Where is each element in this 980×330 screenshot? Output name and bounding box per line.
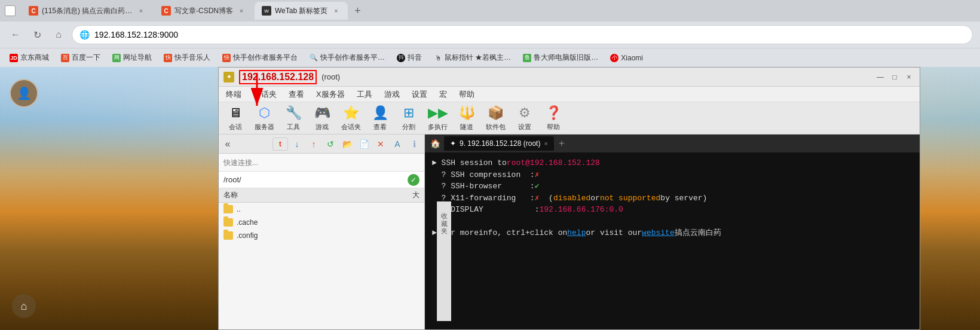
toolbar-multiexec[interactable]: ▶▶ 多执行 xyxy=(425,103,450,133)
menu-tools[interactable]: 工具 xyxy=(354,88,375,101)
bookmark-douyin-label: 抖音 xyxy=(408,53,422,63)
bookmark-mouse[interactable]: 🖱 鼠标指针 ★若枫主… xyxy=(429,51,516,64)
file-list-header: 名称 大 xyxy=(219,188,424,203)
menu-macro[interactable]: 宏 xyxy=(437,88,449,101)
file-item-cache[interactable]: .cache xyxy=(219,216,424,229)
fp-btn-info[interactable]: ℹ xyxy=(406,138,422,151)
file-path-bar: /root/ ✓ xyxy=(219,172,424,188)
toolbar-split[interactable]: ⊞ 分割 xyxy=(397,103,421,133)
fp-btn-new-file[interactable]: 📄 xyxy=(356,138,372,151)
bookmark-kuaishou-creator-icon: 快 xyxy=(222,54,231,62)
menu-terminal[interactable]: 终端 xyxy=(223,88,244,101)
tab-2[interactable]: C 写文章-CSDN博客 × xyxy=(154,2,253,20)
tab-3-close[interactable]: × xyxy=(331,6,341,16)
term-line-blank xyxy=(432,216,912,228)
bookmark-xiaomi[interactable]: 小 Xiaomi xyxy=(605,53,648,63)
terminal-content[interactable]: ► SSH session to root@192.168.152.128 ? … xyxy=(425,152,920,329)
new-tab-button[interactable]: + xyxy=(349,2,366,19)
bookmark-kuaishou-creator[interactable]: 快 快手创作者服务平台 xyxy=(218,51,302,64)
side-btn-2[interactable]: 藏 xyxy=(439,212,450,217)
url-bar[interactable]: 🌐 192.168.152.128:9000 xyxy=(72,25,973,44)
toolbar-session[interactable]: 🖥 会话 xyxy=(223,103,247,133)
file-panel: « t ↓ ↑ ↺ 📂 📄 ✕ A ℹ xyxy=(219,135,425,329)
menu-xserver[interactable]: X服务器 xyxy=(314,88,347,101)
view-icon: 👤 xyxy=(372,105,388,121)
term-text-website-link[interactable]: website xyxy=(642,227,675,239)
menu-games[interactable]: 游戏 xyxy=(382,88,402,101)
fp-btn-refresh[interactable]: ↺ xyxy=(323,138,338,151)
side-btn-3[interactable]: 夹 xyxy=(439,219,450,224)
menu-settings[interactable]: 设置 xyxy=(409,88,430,101)
toolbar-settings[interactable]: ⚙ 设置 xyxy=(513,103,537,133)
bookmark-ludashi[interactable]: 鲁 鲁大师电脑版旧版… xyxy=(518,51,603,64)
file-item-config[interactable]: .config xyxy=(219,229,424,242)
bookmark-jd[interactable]: JD 京东商城 xyxy=(5,51,54,64)
bookmark-baidu[interactable]: 百 百度一下 xyxy=(56,51,105,64)
fp-btn-delete[interactable]: ✕ xyxy=(373,138,388,151)
tab-2-favicon: C xyxy=(161,6,171,16)
avatar[interactable]: 👤 xyxy=(10,79,38,108)
home-button[interactable]: ⌂ xyxy=(50,26,67,43)
bookmark-xiaomi-icon: 小 xyxy=(610,54,618,62)
tab-3[interactable]: W WeTab 新标签页 × xyxy=(255,2,348,20)
term-text-or-visit: or visit our xyxy=(586,227,642,239)
toolbar-sessions-folder[interactable]: ⭐ 会话夹 xyxy=(339,103,363,133)
toolbar-help[interactable]: ❓ 帮助 xyxy=(541,103,565,133)
term-text-browser-val: ✔ xyxy=(535,181,540,192)
menu-view[interactable]: 查看 xyxy=(286,88,307,101)
tab-1-favicon: C xyxy=(29,6,38,16)
fp-btn-upload[interactable]: ↑ xyxy=(306,138,321,151)
terminal-home-button[interactable]: 🏠 xyxy=(427,136,443,151)
bookmark-kuaishou-music-label: 快手音乐人 xyxy=(174,53,210,63)
bookmark-jd-label: 京东商城 xyxy=(20,53,49,63)
path-ok-button[interactable]: ✓ xyxy=(408,174,419,186)
terminal-tab-9[interactable]: ✦ 9. 192.168.152.128 (root) × xyxy=(444,136,554,151)
toolbar-view-label: 查看 xyxy=(373,123,387,132)
bookmark-kuaishou-search[interactable]: 🔍 快手创作者服务平… xyxy=(305,51,390,64)
fp-btn-download[interactable]: ↓ xyxy=(289,138,305,151)
toolbar-server[interactable]: ⬡ 服务器 xyxy=(252,103,277,133)
xshell-window-controls: — □ × xyxy=(874,71,915,83)
close-button[interactable]: × xyxy=(903,71,915,83)
minimize-button[interactable]: — xyxy=(874,71,886,83)
side-btn-1[interactable]: 收 xyxy=(439,205,450,210)
back-button[interactable]: ← xyxy=(7,26,24,43)
bookmark-douyin[interactable]: 抖 抖音 xyxy=(392,51,427,64)
tab-2-close[interactable]: × xyxy=(237,6,246,16)
terminal-tab-close[interactable]: × xyxy=(544,140,547,147)
toolbar-tunnel[interactable]: 🔱 隧道 xyxy=(455,103,479,133)
terminal-tab-add[interactable]: + xyxy=(555,137,568,150)
bookmark-kuaishou-music[interactable]: 快 快手音乐人 xyxy=(159,51,215,64)
toolbar-multiexec-label: 多执行 xyxy=(428,123,448,132)
window-sidebar-toggle[interactable] xyxy=(5,5,16,16)
toolbar-games[interactable]: 🎮 游戏 xyxy=(310,103,334,133)
menu-help[interactable]: 帮助 xyxy=(457,88,477,101)
address-bar: ← ↻ ⌂ 🌐 192.168.152.128:9000 xyxy=(0,22,980,48)
quick-connect-input[interactable] xyxy=(223,158,419,167)
bookmark-ludashi-label: 鲁大师电脑版旧版… xyxy=(534,53,598,63)
toolbar-tools[interactable]: 🔧 工具 xyxy=(281,103,305,133)
fp-btn-folder-open[interactable]: 📂 xyxy=(339,138,355,151)
url-highlighted: 192.168.152.128:9000 xyxy=(94,30,178,39)
toolbar-split-label: 分割 xyxy=(402,123,415,132)
term-text-disabled: disabled xyxy=(553,192,590,204)
term-text-help-link[interactable]: help xyxy=(567,227,586,239)
bookmark-baidu-icon: 百 xyxy=(61,54,69,62)
term-line-4: ? X11-forwarding : ✗ ( disabled or not s… xyxy=(432,192,912,204)
file-path-text: /root/ xyxy=(223,175,405,184)
fp-btn-t[interactable]: t xyxy=(272,138,288,151)
home-icon-button[interactable]: ⌂ xyxy=(12,294,36,318)
fp-btn-rename[interactable]: A xyxy=(390,138,405,151)
bookmark-wangzhi[interactable]: 网 网址导航 xyxy=(108,51,157,64)
collapse-panel-button[interactable]: « xyxy=(221,138,234,151)
refresh-button[interactable]: ↻ xyxy=(29,26,45,43)
file-item-parent[interactable]: .. xyxy=(219,203,424,216)
toolbar-packages[interactable]: 📦 软件包 xyxy=(483,103,508,133)
tab-1[interactable]: C (115条消息) 搞点云南白药的博客 × xyxy=(22,2,153,20)
tab-1-close[interactable]: × xyxy=(136,6,146,16)
maximize-button[interactable]: □ xyxy=(889,71,901,83)
xshell-title-suffix: (root) xyxy=(321,72,340,81)
tab-3-title: WeTab 新标签页 xyxy=(275,6,327,16)
toolbar-view[interactable]: 👤 查看 xyxy=(368,103,392,133)
menu-sessions[interactable]: 会话夹 xyxy=(251,88,279,101)
